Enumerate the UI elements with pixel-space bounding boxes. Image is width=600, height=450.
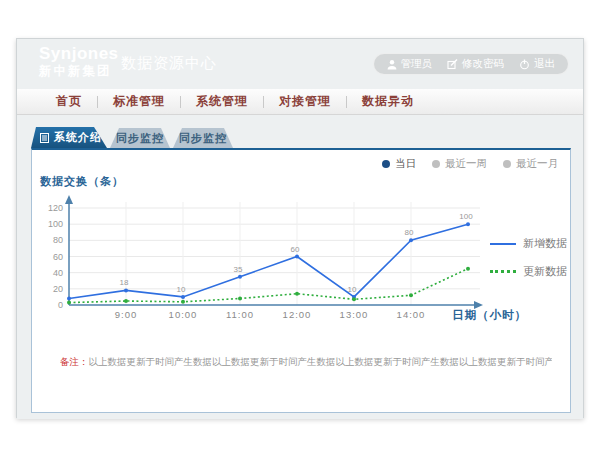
- screenshot-canvas: Synjones 新中新集团 数据资源中心 管理员 修改密: [0, 0, 600, 450]
- tab-label: 同步监控: [116, 131, 164, 146]
- tab-system-intro[interactable]: 系统介绍: [31, 127, 107, 148]
- time-range-filter: 当日 最近一周 最近一月: [382, 157, 558, 171]
- chart-legend: 新增数据 更新数据: [490, 236, 567, 279]
- tab-bar: 系统介绍 同步监控 同步监控: [31, 127, 233, 148]
- svg-text:9:00: 9:00: [115, 309, 138, 320]
- user-icon: [387, 59, 397, 70]
- svg-text:10: 10: [177, 285, 186, 294]
- edit-icon: [447, 59, 458, 70]
- main-nav: 首页 标准管理 系统管理 对接管理 数据异动: [17, 89, 583, 115]
- logout-button[interactable]: 退出: [519, 57, 555, 71]
- svg-text:20: 20: [53, 284, 63, 294]
- svg-text:35: 35: [234, 265, 243, 274]
- content-card: 当日 最近一周 最近一月 数据交换（条） 0204060801001209:00…: [31, 148, 571, 413]
- green-dotted-swatch-icon: [490, 270, 516, 273]
- current-user[interactable]: 管理员: [387, 57, 433, 71]
- y-axis-title: 数据交换（条）: [40, 174, 124, 189]
- company-logo: Synjones 新中新集团: [39, 45, 119, 78]
- legend-item-new-data: 新增数据: [490, 236, 567, 251]
- logo-text: Synjones: [39, 45, 119, 64]
- footnote: 备注：以上数据更新于时间产生数据以上数据更新于时间产生数据以上数据更新于时间产生…: [60, 356, 552, 369]
- svg-text:120: 120: [48, 203, 63, 213]
- radio-dot-icon: [503, 160, 511, 168]
- browser-page: Synjones 新中新集团 数据资源中心 管理员 修改密: [16, 38, 584, 418]
- svg-text:0: 0: [58, 300, 63, 310]
- user-name-label: 管理员: [401, 57, 433, 71]
- radio-today[interactable]: 当日: [382, 157, 416, 171]
- svg-text:100: 100: [48, 219, 63, 229]
- radio-label: 最近一周: [445, 157, 487, 171]
- radio-last-month[interactable]: 最近一月: [503, 157, 558, 171]
- change-password-label: 修改密码: [462, 57, 504, 71]
- radio-label: 最近一月: [516, 157, 558, 171]
- svg-text:80: 80: [53, 235, 63, 245]
- tab-sync-monitor-2[interactable]: 同步监控: [173, 128, 233, 148]
- nav-item-data-change[interactable]: 数据异动: [347, 93, 429, 110]
- content-area: 系统介绍 同步监控 同步监控 当日 最近一周: [17, 115, 583, 419]
- svg-text:80: 80: [405, 228, 414, 237]
- svg-text:12:00: 12:00: [283, 309, 312, 320]
- radio-dot-icon: [382, 160, 390, 168]
- radio-last-week[interactable]: 最近一周: [432, 157, 487, 171]
- legend-label: 新增数据: [523, 236, 567, 251]
- legend-label: 更新数据: [523, 264, 567, 279]
- svg-text:60: 60: [53, 252, 63, 262]
- tab-label: 系统介绍: [54, 130, 102, 145]
- footnote-prefix: 备注：: [60, 356, 89, 367]
- power-icon: [519, 59, 530, 70]
- svg-text:11:00: 11:00: [226, 309, 254, 320]
- svg-text:13:00: 13:00: [340, 309, 369, 320]
- user-toolbar: 管理员 修改密码 退出: [373, 53, 570, 75]
- nav-item-standard-mgmt[interactable]: 标准管理: [98, 93, 180, 110]
- tab-sync-monitor-1[interactable]: 同步监控: [110, 128, 170, 148]
- radio-dot-icon: [432, 160, 440, 168]
- document-icon: [40, 133, 49, 143]
- svg-text:40: 40: [53, 268, 63, 278]
- svg-text:10: 10: [348, 285, 357, 294]
- radio-label: 当日: [395, 157, 416, 171]
- legend-item-updated-data: 更新数据: [490, 264, 567, 279]
- svg-text:60: 60: [291, 245, 300, 254]
- nav-item-home[interactable]: 首页: [41, 93, 97, 110]
- app-header: Synjones 新中新集团 数据资源中心 管理员 修改密: [17, 39, 583, 89]
- svg-text:14:00: 14:00: [397, 309, 426, 320]
- svg-text:18: 18: [120, 278, 129, 287]
- nav-item-system-mgmt[interactable]: 系统管理: [181, 93, 263, 110]
- nav-item-interface-mgmt[interactable]: 对接管理: [264, 93, 346, 110]
- x-axis-title: 日期（小时）: [452, 308, 527, 323]
- page-title: 数据资源中心: [121, 54, 217, 73]
- logout-label: 退出: [534, 57, 555, 71]
- svg-text:10:00: 10:00: [169, 309, 198, 320]
- footnote-text: 以上数据更新于时间产生数据以上数据更新于时间产生数据以上数据更新于时间产生数据以…: [89, 356, 553, 367]
- blue-line-swatch-icon: [490, 243, 516, 245]
- tab-label: 同步监控: [179, 131, 227, 146]
- logo-subtext: 新中新集团: [39, 65, 119, 79]
- change-password-button[interactable]: 修改密码: [447, 57, 504, 71]
- svg-text:100: 100: [459, 212, 473, 221]
